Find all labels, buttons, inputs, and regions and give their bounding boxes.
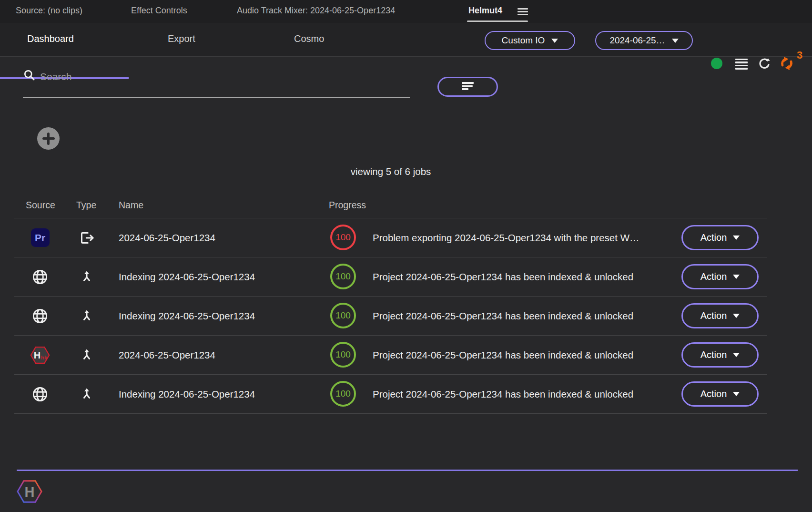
job-status-message: Project 2024-06-25-Oper1234 has been ind… bbox=[373, 297, 633, 335]
action-dropdown-button[interactable]: Action bbox=[681, 225, 759, 250]
filter-lines-icon bbox=[462, 82, 474, 92]
globe-icon bbox=[26, 375, 54, 413]
job-status-message: Project 2024-06-25-Oper1234 has been ind… bbox=[373, 336, 633, 374]
globe-icon bbox=[26, 257, 54, 296]
log-list-icon[interactable] bbox=[735, 59, 748, 71]
chevron-down-icon bbox=[733, 314, 740, 318]
table-row: Hhk 2024-06-25-Oper1234 100 Project 2024… bbox=[14, 336, 767, 375]
merge-icon bbox=[72, 336, 101, 374]
job-name: 2024-06-25-Oper1234 bbox=[119, 336, 215, 374]
connection-status-dot bbox=[711, 58, 722, 69]
action-label: Action bbox=[700, 310, 727, 321]
action-label: Action bbox=[700, 349, 727, 360]
tab-export[interactable]: Export bbox=[168, 33, 195, 44]
job-status-message: Project 2024-06-25-Oper1234 has been ind… bbox=[373, 375, 633, 413]
project-date-label: 2024-06-25… bbox=[609, 35, 665, 46]
action-dropdown-button[interactable]: Action bbox=[681, 342, 759, 368]
chevron-down-icon bbox=[551, 39, 558, 43]
table-row: Pr 2024-06-25-Oper1234 100 Problem expor… bbox=[14, 218, 767, 257]
merge-icon bbox=[72, 257, 101, 296]
progress-indicator: 100 bbox=[330, 264, 356, 289]
chevron-down-icon bbox=[733, 275, 740, 279]
merge-icon bbox=[72, 375, 101, 413]
helmut4-panel: Source: (no clips) Effect Controls Audio… bbox=[0, 0, 812, 512]
table-row: Indexing 2024-06-25-Oper1234 100 Project… bbox=[14, 297, 767, 336]
panel-tab-audio-track-mixer[interactable]: Audio Track Mixer: 2024-06-25-Oper1234 bbox=[237, 6, 395, 16]
refresh-icon[interactable] bbox=[757, 57, 771, 71]
chevron-down-icon bbox=[733, 353, 740, 357]
panel-tab-bar: Source: (no clips) Effect Controls Audio… bbox=[0, 0, 812, 23]
job-status-message: Problem exporting 2024-06-25-Oper1234 wi… bbox=[373, 218, 639, 257]
panel-menu-icon[interactable] bbox=[518, 8, 528, 17]
helmut-logo-icon: H bbox=[16, 478, 43, 505]
job-name: Indexing 2024-06-25-Oper1234 bbox=[119, 257, 255, 296]
project-date-dropdown[interactable]: 2024-06-25… bbox=[595, 31, 693, 50]
chevron-down-icon bbox=[672, 39, 679, 43]
chevron-down-icon bbox=[733, 236, 740, 240]
action-label: Action bbox=[700, 271, 727, 282]
job-name: Indexing 2024-06-25-Oper1234 bbox=[119, 297, 255, 335]
column-header-progress: Progress bbox=[329, 200, 366, 211]
filter-button[interactable] bbox=[437, 77, 498, 97]
action-label: Action bbox=[700, 389, 727, 399]
sync-jobs-icon[interactable] bbox=[778, 54, 796, 72]
progress-indicator: 100 bbox=[330, 225, 356, 250]
tab-cosmo[interactable]: Cosmo bbox=[294, 33, 324, 44]
panel-tab-source[interactable]: Source: (no clips) bbox=[16, 6, 82, 16]
svg-text:H: H bbox=[25, 484, 35, 500]
progress-indicator: 100 bbox=[330, 342, 356, 368]
premiere-icon: Pr bbox=[26, 218, 54, 257]
footer-divider bbox=[17, 470, 798, 471]
io-profile-dropdown[interactable]: Custom IO bbox=[485, 31, 575, 50]
nav-bar: Dashboard Export Cosmo Custom IO 2024-06… bbox=[0, 23, 812, 57]
add-job-button[interactable] bbox=[37, 127, 60, 150]
job-name: Indexing 2024-06-25-Oper1234 bbox=[119, 375, 255, 413]
globe-icon bbox=[26, 297, 54, 335]
search-icon bbox=[23, 69, 36, 82]
table-row: Indexing 2024-06-25-Oper1234 100 Project… bbox=[14, 375, 767, 414]
action-dropdown-button[interactable]: Action bbox=[681, 381, 759, 407]
io-profile-label: Custom IO bbox=[502, 35, 545, 46]
table-row: Indexing 2024-06-25-Oper1234 100 Project… bbox=[14, 257, 767, 297]
svg-text:hk: hk bbox=[41, 355, 48, 360]
chevron-down-icon bbox=[733, 392, 740, 396]
progress-indicator: 100 bbox=[330, 303, 356, 328]
panel-tab-effect-controls[interactable]: Effect Controls bbox=[131, 6, 187, 16]
action-label: Action bbox=[700, 232, 727, 243]
export-icon bbox=[72, 218, 101, 257]
action-dropdown-button[interactable]: Action bbox=[681, 303, 759, 328]
job-name: 2024-06-25-Oper1234 bbox=[119, 218, 215, 257]
search-underline bbox=[23, 97, 410, 98]
jobs-table: Pr 2024-06-25-Oper1234 100 Problem expor… bbox=[14, 218, 767, 414]
search-input[interactable] bbox=[39, 67, 412, 87]
panel-tab-helmut4[interactable]: Helmut4 bbox=[468, 6, 502, 16]
job-status-message: Project 2024-06-25-Oper1234 has been ind… bbox=[373, 257, 633, 296]
svg-text:H: H bbox=[34, 349, 41, 360]
action-dropdown-button[interactable]: Action bbox=[681, 264, 759, 289]
column-header-source: Source bbox=[26, 200, 55, 211]
column-header-type: Type bbox=[76, 200, 96, 211]
jobs-summary: viewing 5 of 6 jobs bbox=[14, 166, 767, 177]
merge-icon bbox=[72, 297, 101, 335]
sync-count-badge: 3 bbox=[797, 49, 802, 61]
column-header-name: Name bbox=[119, 200, 143, 211]
active-tab-underline bbox=[467, 20, 528, 22]
helmut-hk-icon: Hhk bbox=[26, 336, 54, 374]
progress-indicator: 100 bbox=[330, 381, 356, 407]
tab-dashboard[interactable]: Dashboard bbox=[27, 33, 74, 44]
